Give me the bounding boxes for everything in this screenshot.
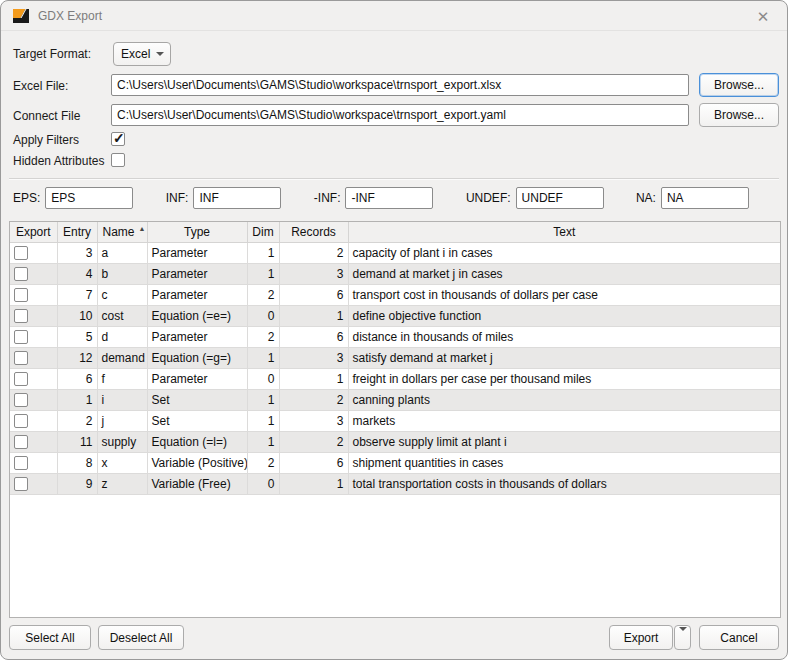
deselect-all-button[interactable]: Deselect All <box>98 625 184 650</box>
table-row[interactable]: 12demandEquation (=g=)13satisfy demand a… <box>10 347 780 368</box>
close-icon[interactable]: ✕ <box>753 7 773 27</box>
cell-export <box>10 305 57 326</box>
cell-records: 2 <box>279 242 348 263</box>
cell-text: capacity of plant i in cases <box>348 242 780 263</box>
column-header-type[interactable]: Type <box>147 222 247 242</box>
select-all-button[interactable]: Select All <box>9 625 91 650</box>
cell-type: Variable (Free) <box>147 473 247 494</box>
hidden-attributes-checkbox[interactable] <box>111 153 125 167</box>
row-export-checkbox[interactable] <box>14 477 28 491</box>
table-row[interactable]: 6fParameter01freight in dollars per case… <box>10 368 780 389</box>
cell-dim: 1 <box>247 410 279 431</box>
cell-dim: 1 <box>247 389 279 410</box>
table-row[interactable]: 7cParameter26transport cost in thousands… <box>10 284 780 305</box>
cell-entry: 1 <box>57 389 97 410</box>
eps-input[interactable] <box>45 187 133 209</box>
table-row[interactable]: 4bParameter13demand at market j in cases <box>10 263 780 284</box>
cell-entry: 6 <box>57 368 97 389</box>
target-format-value: Excel <box>121 47 150 61</box>
undef-input[interactable] <box>516 187 604 209</box>
table-row[interactable]: 10costEquation (=e=)01define objective f… <box>10 305 780 326</box>
cell-name: x <box>97 452 147 473</box>
cell-export <box>10 452 57 473</box>
row-export-checkbox[interactable] <box>14 267 28 281</box>
neg-inf-input[interactable] <box>345 187 433 209</box>
column-header-text[interactable]: Text <box>348 222 780 242</box>
connect-file-label: Connect File <box>13 105 80 127</box>
na-input[interactable] <box>661 187 749 209</box>
apply-filters-checkbox[interactable] <box>111 132 125 146</box>
cell-dim: 0 <box>247 305 279 326</box>
column-header-name[interactable]: Name▲ <box>97 222 147 242</box>
column-header-entry[interactable]: Entry <box>57 222 97 242</box>
eps-label: EPS: <box>13 191 40 205</box>
target-format-select[interactable]: Excel <box>113 42 171 66</box>
row-export-checkbox[interactable] <box>14 288 28 302</box>
table-row[interactable]: 9zVariable (Free)01total transportation … <box>10 473 780 494</box>
cell-export <box>10 347 57 368</box>
table-header-row: Export Entry Name▲ Type Dim Records Text <box>10 222 780 242</box>
table-row[interactable]: 3aParameter12capacity of plant i in case… <box>10 242 780 263</box>
cell-name: i <box>97 389 147 410</box>
cell-entry: 8 <box>57 452 97 473</box>
cell-records: 1 <box>279 368 348 389</box>
cell-type: Equation (=l=) <box>147 431 247 452</box>
cell-type: Equation (=e=) <box>147 305 247 326</box>
export-options-arrow-button[interactable] <box>674 625 691 650</box>
column-header-export[interactable]: Export <box>10 222 57 242</box>
cell-entry: 10 <box>57 305 97 326</box>
row-export-checkbox[interactable] <box>14 456 28 470</box>
excel-browse-button[interactable]: Browse... <box>699 73 779 97</box>
cell-dim: 2 <box>247 284 279 305</box>
column-header-records[interactable]: Records <box>279 222 348 242</box>
row-export-checkbox[interactable] <box>14 414 28 428</box>
cell-text: transport cost in thousands of dollars p… <box>348 284 780 305</box>
apply-filters-label: Apply Filters <box>13 132 79 148</box>
special-na: NA: <box>636 187 749 209</box>
cell-type: Equation (=g=) <box>147 347 247 368</box>
gdx-export-dialog: GDX Export ✕ Target Format: Excel Excel … <box>0 0 788 660</box>
table-row[interactable]: 2jSet13markets <box>10 410 780 431</box>
na-label: NA: <box>636 191 656 205</box>
undef-label: UNDEF: <box>466 191 511 205</box>
special-neg-inf: -INF: <box>314 187 434 209</box>
row-export-checkbox[interactable] <box>14 393 28 407</box>
cell-text: markets <box>348 410 780 431</box>
table-row[interactable]: 8xVariable (Positive)26shipment quantiti… <box>10 452 780 473</box>
horizontal-separator <box>9 178 779 180</box>
inf-input[interactable] <box>193 187 281 209</box>
cell-records: 6 <box>279 284 348 305</box>
table-row[interactable]: 1iSet12canning plants <box>10 389 780 410</box>
cell-name: z <box>97 473 147 494</box>
cell-export <box>10 263 57 284</box>
cell-records: 6 <box>279 452 348 473</box>
row-export-checkbox[interactable] <box>14 351 28 365</box>
cell-export <box>10 389 57 410</box>
row-export-checkbox[interactable] <box>14 309 28 323</box>
row-export-checkbox[interactable] <box>14 372 28 386</box>
column-header-name-label: Name <box>103 225 135 239</box>
cancel-button[interactable]: Cancel <box>699 625 779 650</box>
connect-file-input[interactable] <box>111 104 689 126</box>
cell-entry: 7 <box>57 284 97 305</box>
cell-export <box>10 326 57 347</box>
export-button[interactable]: Export <box>609 625 673 650</box>
cell-dim: 1 <box>247 242 279 263</box>
cell-name: cost <box>97 305 147 326</box>
cell-entry: 11 <box>57 431 97 452</box>
special-undef: UNDEF: <box>466 187 604 209</box>
cell-text: total transportation costs in thousands … <box>348 473 780 494</box>
table-row[interactable]: 5dParameter26distance in thousands of mi… <box>10 326 780 347</box>
cell-entry: 4 <box>57 263 97 284</box>
column-header-dim[interactable]: Dim <box>247 222 279 242</box>
connect-browse-button[interactable]: Browse... <box>699 103 779 127</box>
excel-file-input[interactable] <box>111 74 689 96</box>
row-export-checkbox[interactable] <box>14 435 28 449</box>
neg-inf-label: -INF: <box>314 191 341 205</box>
row-export-checkbox[interactable] <box>14 246 28 260</box>
sort-ascending-icon: ▲ <box>139 225 146 232</box>
row-export-checkbox[interactable] <box>14 330 28 344</box>
cell-type: Set <box>147 389 247 410</box>
special-values-row: EPS: INF: -INF: UNDEF: NA: <box>13 187 749 209</box>
table-row[interactable]: 11supplyEquation (=l=)12observe supply l… <box>10 431 780 452</box>
